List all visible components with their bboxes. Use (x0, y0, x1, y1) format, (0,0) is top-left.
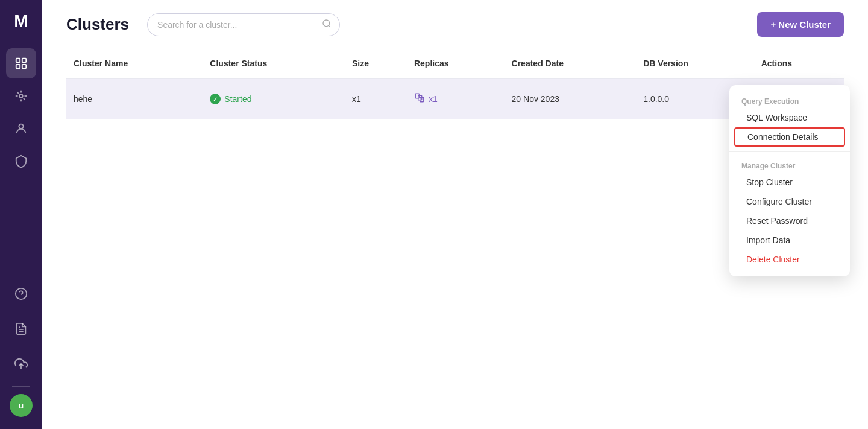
cell-size: x1 (345, 78, 407, 119)
cell-replicas: x1 (407, 78, 505, 119)
table-body: hehe ✓ Started x1 (66, 78, 844, 119)
svg-rect-2 (16, 65, 20, 68)
clusters-table: Cluster Name Cluster Status Size Replica… (66, 49, 844, 119)
svg-rect-1 (22, 59, 26, 62)
dropdown-configure-cluster[interactable]: Configure Cluster (729, 192, 850, 211)
sidebar-item-graph[interactable] (6, 81, 36, 111)
sidebar-bottom: u (0, 279, 42, 429)
avatar[interactable]: u (10, 394, 33, 417)
table-row: hehe ✓ Started x1 (66, 78, 844, 119)
page-title: Clusters (66, 15, 129, 34)
col-db-version: DB Version (636, 49, 754, 78)
dropdown-connection-details[interactable]: Connection Details (734, 127, 845, 147)
main-content: Clusters + New Cluster Cluster Name Clus… (42, 0, 868, 429)
header-row: Cluster Name Cluster Status Size Replica… (66, 49, 844, 78)
status-text: Started (224, 94, 251, 104)
dropdown-stop-cluster[interactable]: Stop Cluster (729, 173, 850, 192)
dropdown-import-data[interactable]: Import Data (729, 230, 850, 250)
sidebar-logo: M (0, 0, 42, 42)
sidebar: M (0, 0, 42, 429)
replicas-cell: x1 (414, 92, 497, 106)
dropdown-sql-workspace[interactable]: SQL Workspace (729, 108, 850, 127)
query-section-label: Query Execution (729, 92, 850, 108)
status-badge: ✓ Started (210, 94, 338, 104)
dropdown-divider (729, 151, 850, 152)
sidebar-item-clusters[interactable] (6, 48, 36, 78)
actions-dropdown: Query Execution SQL Workspace Connection… (729, 85, 850, 276)
col-created-date: Created Date (505, 49, 637, 78)
sidebar-item-upload[interactable] (6, 349, 36, 379)
sidebar-item-shield[interactable] (6, 146, 36, 176)
col-cluster-status: Cluster Status (203, 49, 345, 78)
col-replicas: Replicas (407, 49, 505, 78)
sidebar-item-user[interactable] (6, 113, 36, 144)
sidebar-item-docs[interactable] (6, 314, 36, 344)
col-size: Size (345, 49, 407, 78)
svg-line-9 (17, 92, 19, 94)
sidebar-nav (0, 42, 42, 279)
search-icon (322, 19, 332, 31)
dropdown-reset-password[interactable]: Reset Password (729, 211, 850, 230)
status-dot: ✓ (210, 94, 221, 104)
cell-cluster-status: ✓ Started (203, 78, 345, 119)
svg-rect-3 (22, 65, 26, 68)
sidebar-divider (12, 386, 30, 387)
table-header: Cluster Name Cluster Status Size Replica… (66, 49, 844, 78)
svg-point-4 (19, 94, 23, 98)
col-cluster-name: Cluster Name (66, 49, 203, 78)
svg-point-11 (19, 124, 23, 129)
svg-point-17 (323, 20, 330, 27)
sidebar-item-help[interactable] (6, 279, 36, 309)
new-cluster-button[interactable]: + New Cluster (757, 12, 844, 37)
cell-created-date: 20 Nov 2023 (505, 78, 637, 119)
search-input[interactable] (147, 13, 340, 36)
replicas-count: x1 (429, 94, 438, 104)
dropdown-delete-cluster[interactable]: Delete Cluster (729, 250, 850, 269)
svg-line-10 (24, 98, 25, 100)
manage-section-label: Manage Cluster (729, 157, 850, 173)
cell-cluster-name: hehe (66, 78, 203, 119)
replica-icon (414, 92, 425, 106)
table-container: Cluster Name Cluster Status Size Replica… (42, 49, 868, 429)
header: Clusters + New Cluster (42, 0, 868, 49)
svg-line-18 (329, 25, 330, 27)
col-actions: Actions (754, 49, 844, 78)
search-container (147, 13, 340, 36)
svg-rect-0 (16, 59, 20, 62)
